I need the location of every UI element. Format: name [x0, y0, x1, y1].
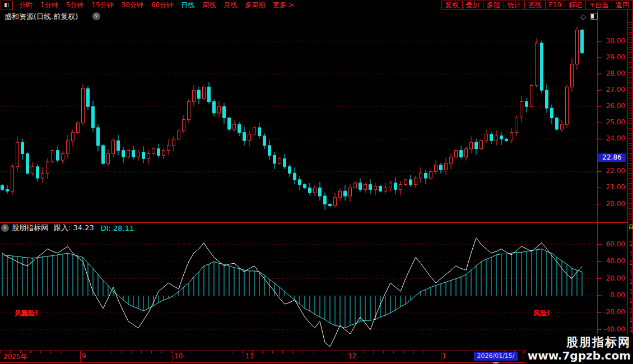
price-axis-label: 27.00 — [599, 86, 625, 94]
month-separator — [173, 351, 173, 362]
price-axis-label: 29.00 — [599, 53, 625, 61]
titlebar: 盛和资源(日线.前复权) ∨ ◇ — [0, 10, 633, 22]
strip-mark: 1 — [629, 251, 632, 256]
indicator-axis-label: 60.00 — [599, 240, 625, 248]
indicator-header: ∨ 股朋指标网 跟入: 34.23 DI: 28.11 — [1, 223, 134, 232]
main-chart-area[interactable] — [0, 22, 597, 222]
menu-item-多周期[interactable]: 多周期 — [241, 1, 269, 10]
menu-item-分时[interactable]: 分时 — [15, 1, 36, 10]
strip-mark: 1 — [629, 279, 632, 285]
strip-mark: 1 — [629, 318, 632, 323]
indicator-name[interactable]: 股朋指标网 — [12, 223, 48, 233]
menu-item-更多 >[interactable]: 更多 > — [269, 1, 298, 10]
diamond-icon[interactable]: ◇ — [580, 12, 586, 21]
strip-badge[interactable]: 自 — [629, 223, 633, 231]
month-separator — [441, 351, 441, 362]
stock-title[interactable]: 盛和资源(日线.前复权) — [4, 12, 78, 22]
menu-item-月线[interactable]: 月线 — [220, 1, 241, 10]
indicator-axis-label: -40.00 — [599, 325, 625, 333]
menu-item-1分钟[interactable]: 1分钟 — [36, 1, 62, 10]
month-label: 1 — [442, 352, 446, 360]
indicator-axis-label: 0.00 — [599, 291, 625, 299]
price-axis-label: 26.00 — [599, 102, 625, 110]
strip-mark: 1 — [629, 270, 632, 276]
menu-button-返回[interactable]: 返回 — [612, 1, 633, 10]
strip-mark: 1 — [629, 298, 632, 304]
menu-button-画线[interactable]: 画线 — [524, 1, 546, 10]
year-label: 2025年 — [3, 352, 27, 362]
price-axis-label: 28.00 — [599, 69, 625, 77]
watermark-url: www.7gpzb.com — [528, 349, 631, 362]
strip-mark: 1 — [629, 327, 632, 333]
price-axis-label: 25.00 — [599, 118, 625, 126]
menu-item-5分钟[interactable]: 5分钟 — [62, 1, 88, 10]
month-label: 10 — [174, 352, 183, 360]
price-axis-label: 21.00 — [599, 183, 625, 191]
month-label: 12 — [348, 352, 356, 360]
strip-mark: 1 — [629, 241, 632, 247]
month-separator — [523, 351, 523, 362]
strip-mark: 1 — [629, 260, 632, 266]
right-side-strip[interactable]: 自 111111111111 — [629, 11, 633, 364]
watermark: 股朋指标网 www.7gpzb.com — [525, 334, 633, 364]
vertical-text-texture — [629, 22, 632, 221]
price-axis-label: 30.00 — [599, 37, 625, 45]
indicator-chart-area[interactable] — [0, 234, 597, 351]
watermark-site-name: 股朋指标网 — [566, 335, 631, 349]
period-menu: 分时1分钟5分钟15分钟30分钟60分钟日线周线月线多周期更多 > — [15, 1, 298, 10]
window-icon[interactable]: ◧ — [1, 1, 13, 10]
strip-mark: 1 — [629, 308, 632, 314]
menu-button-标记[interactable]: 标记 — [565, 1, 586, 10]
chevron-down-icon[interactable]: ∨ — [1, 224, 9, 232]
month-label: 9 — [82, 352, 86, 360]
cursor-date-tag: 2026/01/15/四 — [474, 352, 518, 361]
indicator-axis-label: -20.00 — [599, 308, 625, 316]
current-price-tag: 22.86 — [598, 153, 626, 162]
menu-button-F10[interactable]: F10 — [545, 1, 565, 10]
risk-annotation-left-shadow: 风险! — [21, 309, 38, 318]
menu-button-叠加[interactable]: 叠加 — [462, 1, 483, 10]
menu-button-复权[interactable]: 复权 — [441, 1, 463, 10]
menu-button-多股[interactable]: 多股 — [483, 1, 504, 10]
menu-item-30分钟[interactable]: 30分钟 — [118, 1, 147, 10]
menu-item-60分钟[interactable]: 60分钟 — [147, 1, 177, 10]
month-separator — [244, 351, 244, 362]
price-axis-label: 24.00 — [599, 134, 625, 142]
panel-toggle-icon[interactable] — [590, 13, 598, 20]
tool-menu: 复权叠加多股统计画线F10标记+自选返回 — [442, 1, 633, 10]
menu-item-日线[interactable]: 日线 — [177, 1, 198, 10]
risk-annotation-right: 风险! — [533, 309, 550, 318]
month-separator — [347, 351, 347, 362]
top-menubar: ◧ 分时1分钟5分钟15分钟30分钟60分钟日线周线月线多周期更多 > 复权叠加… — [0, 0, 633, 10]
menu-item-周线[interactable]: 周线 — [198, 1, 220, 10]
indicator-axis-label: 40.00 — [599, 257, 625, 265]
menu-button-统计[interactable]: 统计 — [504, 1, 525, 10]
price-axis-label: 22.00 — [599, 167, 625, 175]
strip-mark: 1 — [629, 289, 632, 295]
month-separator — [80, 351, 81, 362]
chevron-down-icon[interactable]: ∨ — [92, 12, 100, 20]
indicator-axis-label: 20.00 — [599, 274, 625, 282]
price-axis-label: 20.00 — [599, 200, 625, 208]
indicator-value-1: 跟入: 34.23 — [54, 223, 94, 233]
menu-button-+自选[interactable]: +自选 — [585, 1, 612, 10]
indicator-value-2: DI: 28.11 — [101, 224, 134, 232]
menu-item-15分钟[interactable]: 15分钟 — [87, 1, 117, 10]
month-label: 11 — [245, 352, 254, 360]
